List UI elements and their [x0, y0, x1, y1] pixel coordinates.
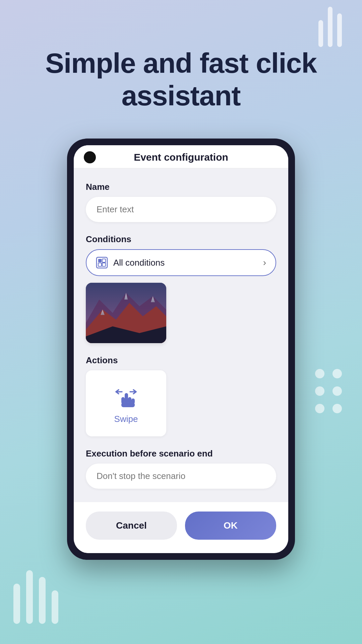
bottom-buttons: Cancel OK: [74, 502, 288, 553]
phone-frame: Event configuration Name Conditions: [67, 139, 295, 560]
svg-rect-2: [102, 259, 106, 262]
name-section: Name: [86, 182, 276, 222]
conditions-icon: [96, 257, 108, 269]
ok-button[interactable]: OK: [185, 512, 276, 540]
actions-label: Actions: [86, 355, 276, 366]
bg-decoration-bars: [13, 570, 58, 624]
condition-image: [86, 283, 166, 343]
conditions-value: All conditions: [113, 258, 258, 268]
bg-bar-4: [52, 590, 58, 624]
name-label: Name: [86, 182, 276, 192]
cancel-button[interactable]: Cancel: [86, 512, 177, 540]
hero-title: Simple and fast click assistant: [0, 0, 362, 132]
phone-screen: Event configuration Name Conditions: [74, 145, 288, 553]
phone-header: Event configuration: [74, 145, 288, 168]
swipe-action-card[interactable]: Swipe: [86, 370, 166, 436]
svg-rect-16: [121, 402, 135, 407]
conditions-section: Conditions All conditions ›: [86, 234, 276, 343]
condition-image-card[interactable]: [86, 283, 166, 343]
phone-container: Event configuration Name Conditions: [0, 132, 362, 560]
svg-rect-4: [102, 263, 106, 266]
bg-bar-1: [13, 584, 20, 624]
swipe-label: Swipe: [114, 414, 138, 424]
camera-hole: [84, 151, 96, 163]
name-input[interactable]: [86, 197, 276, 222]
actions-section: Actions: [86, 355, 276, 436]
svg-rect-12: [125, 393, 128, 404]
swipe-icon: [113, 382, 139, 409]
execution-section: Execution before scenario end: [86, 448, 276, 502]
bg-bar-3: [39, 577, 46, 624]
bg-bar-2: [26, 570, 33, 624]
execution-input[interactable]: [86, 464, 276, 489]
chevron-right-icon: ›: [263, 257, 266, 268]
execution-label: Execution before scenario end: [86, 448, 276, 459]
svg-rect-3: [98, 263, 102, 266]
form-content: Name Conditions All conditi: [74, 168, 288, 502]
screen-title: Event configuration: [103, 152, 278, 163]
conditions-label: Conditions: [86, 234, 276, 245]
conditions-selector[interactable]: All conditions ›: [86, 249, 276, 276]
svg-rect-1: [98, 259, 102, 262]
